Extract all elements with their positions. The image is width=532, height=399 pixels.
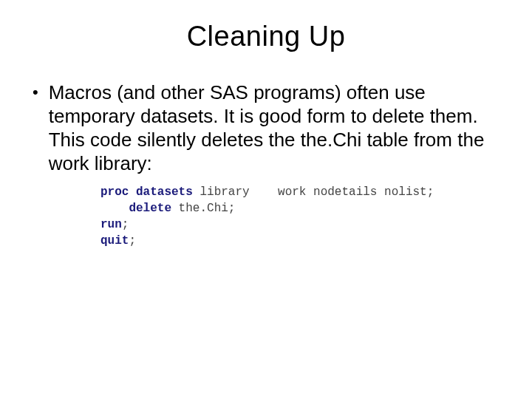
bullet-marker: • — [33, 81, 38, 104]
bullet-item: • Macros (and other SAS programs) often … — [30, 81, 502, 175]
code-token: proc datasets — [100, 185, 193, 199]
code-token: nodetails nolist — [306, 185, 426, 199]
code-token: ; — [427, 185, 434, 199]
code-token: delete — [129, 202, 171, 215]
code-token: ; — [129, 234, 136, 248]
code-token: run — [100, 218, 122, 231]
code-token: library — [193, 185, 250, 199]
code-token — [100, 202, 129, 215]
code-token: the.Chi — [171, 202, 228, 215]
code-token: work — [278, 185, 306, 199]
slide: Cleaning Up • Macros (and other SAS prog… — [0, 0, 532, 399]
code-token: ; — [122, 218, 129, 231]
bullet-text: Macros (and other SAS programs) often us… — [49, 81, 502, 175]
code-block: proc datasets library work nodetails nol… — [100, 184, 502, 249]
code-token — [250, 185, 278, 199]
code-token: ; — [228, 202, 236, 215]
code-token: quit — [100, 234, 129, 248]
slide-title: Cleaning Up — [30, 21, 502, 52]
